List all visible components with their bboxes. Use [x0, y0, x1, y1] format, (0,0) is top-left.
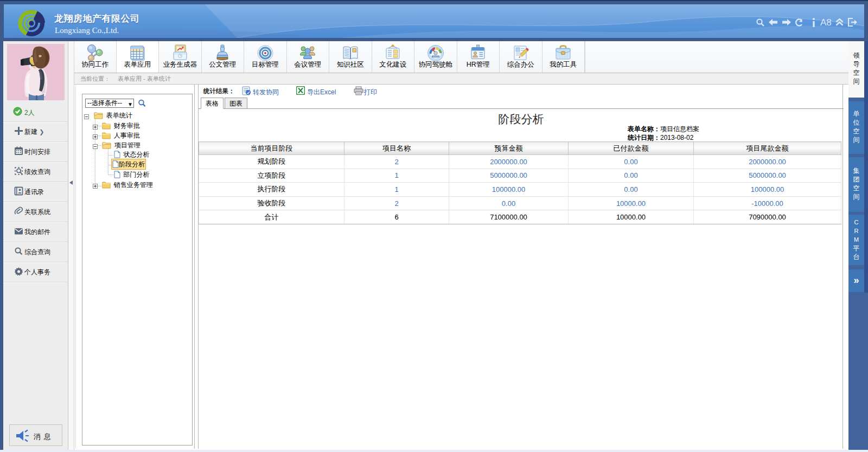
- svg-text:A8: A8: [820, 17, 832, 27]
